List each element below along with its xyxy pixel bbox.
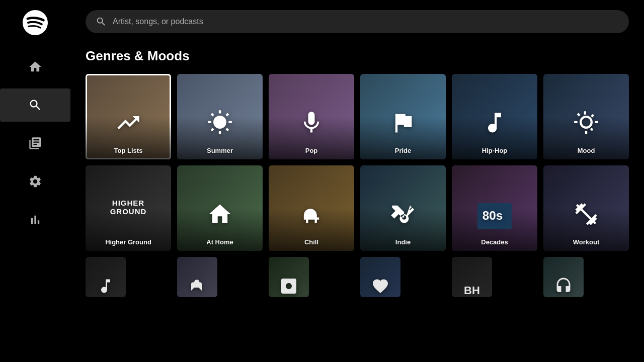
card-pride[interactable]: Pride xyxy=(360,74,446,159)
card-top-lists[interactable]: Top Lists xyxy=(86,74,171,159)
row3-health-icon xyxy=(371,277,389,297)
sidebar-navigation xyxy=(0,50,70,236)
indie-icon xyxy=(390,201,416,229)
card-decades[interactable]: 80s Decades xyxy=(452,165,537,251)
mood-icon xyxy=(573,110,599,138)
house-icon xyxy=(207,201,233,227)
higher-ground-title-line2: GROUND xyxy=(110,207,147,216)
card-row3-glasses[interactable] xyxy=(177,257,217,297)
card-pop-label: Pop xyxy=(269,143,354,159)
home-icon xyxy=(28,60,42,74)
sidebar-item-home[interactable] xyxy=(0,50,70,83)
sidebar-item-search[interactable] xyxy=(0,88,70,122)
80s-text-icon: 80s xyxy=(481,206,508,224)
svg-text:80s: 80s xyxy=(482,209,503,222)
higher-ground-text: HIGHER GROUND xyxy=(110,199,147,216)
card-top-lists-label: Top Lists xyxy=(86,143,171,159)
card-row3-turntable[interactable] xyxy=(86,257,126,297)
sun-icon xyxy=(207,110,233,136)
card-higher-ground-label: Higher Ground xyxy=(86,234,171,251)
search-bar-icon xyxy=(96,16,107,27)
workout-icon xyxy=(573,201,599,229)
card-higher-ground[interactable]: HIGHER GROUND Higher Ground xyxy=(86,165,171,251)
search-bar-container xyxy=(70,0,644,43)
genres-moods-content: Genres & Moods Top Lists xyxy=(70,43,644,362)
genres-grid-row1: Top Lists Summer xyxy=(86,74,629,159)
card-hiphop-label: Hip-Hop xyxy=(452,143,537,159)
card-indie-label: Indie xyxy=(360,234,446,251)
card-row3-amp[interactable] xyxy=(269,257,309,297)
row3-headphones-icon xyxy=(554,277,573,297)
genres-grid-row3: BH xyxy=(86,257,629,297)
chill-icon xyxy=(298,201,325,229)
genres-grid-row2: HIGHER GROUND Higher Ground At Home xyxy=(86,165,629,251)
cloud-sun-icon xyxy=(573,110,599,136)
search-input[interactable] xyxy=(113,17,619,26)
summer-icon xyxy=(207,110,233,138)
settings-icon xyxy=(28,174,42,189)
library-icon xyxy=(28,136,42,150)
sidebar-item-library[interactable] xyxy=(0,127,70,160)
search-icon xyxy=(28,98,42,112)
glasses-icon xyxy=(188,277,206,295)
higher-ground-title-line1: HIGHER xyxy=(110,199,147,208)
card-summer-label: Summer xyxy=(177,143,263,159)
guitar-icon xyxy=(390,201,416,227)
card-hip-hop[interactable]: Hip-Hop xyxy=(452,74,537,159)
row3-amp-icon xyxy=(280,277,298,297)
pop-icon xyxy=(298,110,325,138)
row3-bh-text: BH xyxy=(464,284,480,297)
row3-turntable-icon xyxy=(97,277,115,297)
card-chill[interactable]: Chill xyxy=(269,165,354,251)
card-workout[interactable]: Workout xyxy=(543,165,629,251)
card-mood-label: Mood xyxy=(543,143,629,159)
sidebar-item-settings[interactable] xyxy=(0,165,70,198)
pride-icon xyxy=(390,110,416,138)
at-home-icon xyxy=(207,201,233,229)
top-lists-icon xyxy=(115,110,141,138)
card-chill-label: Chill xyxy=(269,234,354,251)
card-mood[interactable]: Mood xyxy=(543,74,629,159)
card-summer[interactable]: Summer xyxy=(177,74,263,159)
stats-icon xyxy=(28,213,42,227)
dumbbell-icon xyxy=(573,201,599,227)
card-workout-label: Workout xyxy=(543,234,629,251)
card-at-home-label: At Home xyxy=(177,234,263,251)
card-at-home[interactable]: At Home xyxy=(177,165,263,251)
heart-health-icon xyxy=(371,277,389,295)
search-bar[interactable] xyxy=(86,10,629,33)
card-row3-headphones[interactable] xyxy=(543,257,584,297)
hiphop-icon xyxy=(481,110,508,138)
card-decades-label: Decades xyxy=(452,234,537,251)
card-pop[interactable]: Pop xyxy=(269,74,354,159)
card-pride-label: Pride xyxy=(360,143,446,159)
section-title: Genres & Moods xyxy=(86,48,629,64)
main-content: Genres & Moods Top Lists xyxy=(70,0,644,362)
pride-flag-icon xyxy=(390,110,416,136)
chart-trending-icon xyxy=(115,110,141,136)
headphones-icon xyxy=(554,277,573,295)
amp-icon xyxy=(280,277,298,295)
sidebar-item-stats[interactable] xyxy=(0,203,70,236)
chair-icon xyxy=(298,201,325,227)
turntable-icon xyxy=(481,110,508,136)
sidebar xyxy=(0,0,70,362)
card-indie[interactable]: Indie xyxy=(360,165,446,251)
card-row3-health[interactable] xyxy=(360,257,400,297)
spotify-logo[interactable] xyxy=(23,10,48,35)
card-row3-bh[interactable]: BH xyxy=(452,257,492,297)
disc-icon xyxy=(97,277,115,295)
microphone-icon xyxy=(298,110,325,136)
row3-glasses-icon xyxy=(188,277,206,297)
decades-icon: 80s xyxy=(477,203,512,229)
